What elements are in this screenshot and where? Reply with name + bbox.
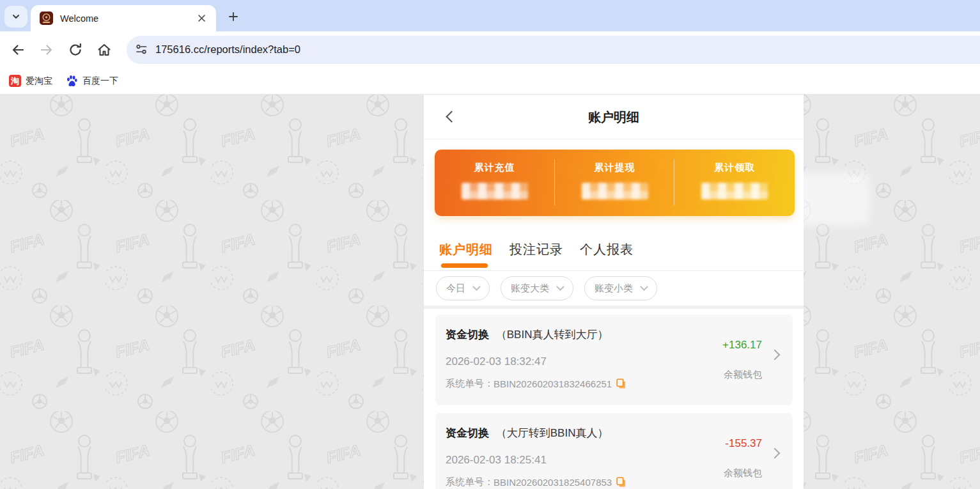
order-label: 系统单号： — [446, 378, 494, 390]
stat-value-masked — [701, 183, 768, 199]
url-text: 175616.cc/reports/index?tab=0 — [155, 43, 300, 56]
filter-minor-category-dropdown[interactable]: 账变小类 — [584, 276, 657, 300]
stat-label: 累计充值 — [435, 162, 555, 174]
chevron-down-icon — [12, 12, 20, 21]
bookmark-label: 百度一下 — [82, 75, 118, 87]
report-tabs: 账户明细 投注记录 个人报表 — [424, 226, 804, 271]
page-content: FIFA — [0, 95, 980, 489]
copy-icon[interactable] — [616, 477, 626, 488]
stat-label: 累计提现 — [555, 162, 675, 174]
bookmark-label: 爱淘宝 — [26, 75, 52, 87]
home-icon[interactable] — [97, 43, 111, 57]
tab-close-icon[interactable] — [196, 13, 207, 24]
order-label: 系统单号： — [446, 476, 494, 488]
copy-icon[interactable] — [616, 378, 626, 389]
screen: Welcome — [0, 0, 980, 489]
record-subtitle: （大厅转到BBIN真人） — [496, 427, 609, 439]
record-amount: -155.37 — [724, 437, 762, 450]
chevron-down-icon — [640, 283, 648, 291]
active-tab-underline — [441, 263, 488, 268]
filter-label: 账变小类 — [595, 283, 633, 295]
chevron-down-icon — [472, 283, 481, 291]
stat-total-withdraw: 累计提现 — [555, 150, 675, 216]
url-bar[interactable]: 175616.cc/reports/index?tab=0 — [127, 36, 980, 64]
taobao-icon: 淘 — [9, 75, 21, 87]
record-row[interactable]: 资金切换 （BBIN真人转到大厅） 2026-02-03 18:32:47 系统… — [435, 314, 793, 405]
back-icon[interactable] — [11, 43, 25, 57]
filter-row: 今日 账变大类 账变小类 — [424, 271, 804, 306]
tab-title: Welcome — [60, 13, 196, 24]
bookmark-taobao[interactable]: 淘 爱淘宝 — [9, 75, 52, 87]
baidu-paw-icon — [66, 75, 78, 87]
tab-search-menu-button[interactable] — [4, 6, 27, 27]
account-panel: 账户明细 累计充值 累计提现 累计领取 账户明细 投注记录 — [424, 95, 804, 489]
stat-total-claimed: 累计领取 — [674, 150, 795, 216]
stats-summary-card: 累计充值 累计提现 累计领取 — [435, 150, 795, 216]
site-favicon — [40, 12, 53, 25]
tab-personal-report[interactable]: 个人报表 — [580, 241, 634, 270]
browser-tab-strip: Welcome — [0, 0, 980, 31]
bookmark-baidu[interactable]: 百度一下 — [66, 75, 118, 87]
page-title: 账户明细 — [424, 95, 804, 139]
browser-toolbar: 175616.cc/reports/index?tab=0 — [0, 31, 980, 68]
record-title: 资金切换 — [446, 427, 489, 439]
tab-bet-records[interactable]: 投注记录 — [509, 241, 563, 270]
stat-value-masked — [462, 183, 528, 199]
site-settings-tune-icon[interactable] — [136, 43, 148, 56]
browser-tab-welcome[interactable]: Welcome — [31, 5, 216, 31]
record-amount: +136.17 — [722, 339, 762, 352]
order-number: BBIN202602031825407853 — [494, 477, 612, 488]
stat-label: 累计领取 — [674, 162, 795, 174]
record-wallet: 余额钱包 — [724, 467, 762, 479]
filter-label: 账变大类 — [511, 283, 549, 295]
filter-major-category-dropdown[interactable]: 账变大类 — [501, 276, 573, 300]
back-button[interactable] — [444, 110, 458, 124]
forward-icon[interactable] — [40, 43, 54, 57]
stat-value-masked — [582, 183, 648, 199]
filter-label: 今日 — [446, 283, 465, 295]
reload-icon[interactable] — [68, 43, 82, 57]
filter-date-dropdown[interactable]: 今日 — [436, 276, 490, 300]
record-wallet: 余额钱包 — [722, 369, 762, 381]
new-tab-button[interactable] — [225, 8, 242, 25]
record-title: 资金切换 — [446, 329, 489, 341]
chevron-left-icon — [446, 111, 457, 122]
record-row[interactable]: 资金切换 （大厅转到BBIN真人） 2026-02-03 18:25:41 系统… — [435, 413, 793, 489]
order-number: BBIN202602031832466251 — [494, 378, 612, 389]
plus-icon — [228, 12, 238, 22]
record-subtitle: （BBIN真人转到大厅） — [496, 329, 609, 341]
bookmarks-bar: 淘 爱淘宝 百度一下 — [0, 68, 980, 95]
section-divider — [424, 306, 804, 309]
stat-total-deposit: 累计充值 — [435, 150, 555, 216]
panel-header: 账户明细 — [424, 95, 804, 139]
chevron-down-icon — [556, 283, 564, 291]
